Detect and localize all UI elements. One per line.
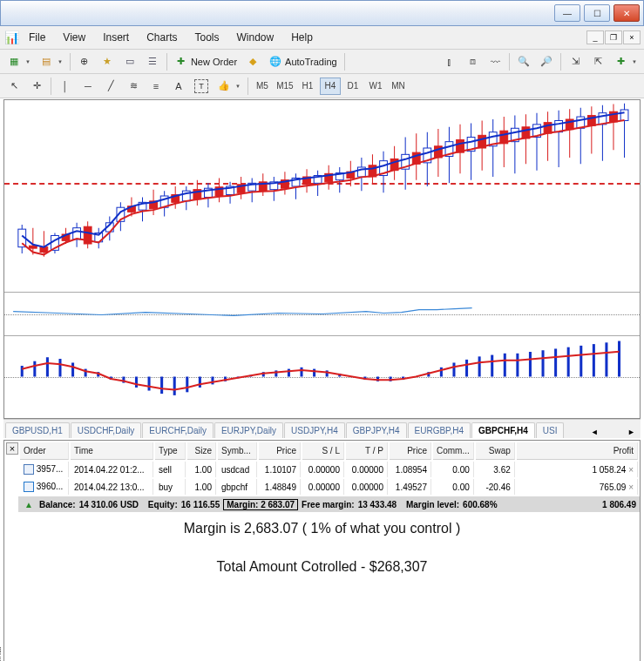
channel-button[interactable]: ≋ xyxy=(123,77,144,96)
tf-h4[interactable]: H4 xyxy=(320,78,341,95)
table-row[interactable]: 3960... 2014.04.22 13:0...buy1.00gbpchf … xyxy=(20,479,638,495)
mdi-close[interactable]: × xyxy=(623,30,641,44)
chart-tab[interactable]: EURJPY,Daily xyxy=(214,422,283,438)
autotrading-button[interactable]: 🌐AutoTrading xyxy=(265,52,341,71)
svg-rect-126 xyxy=(199,377,201,388)
toolbar-drawing: ↖ ✛ │ ─ ╱ ≋ ≡ A T 👍 M5 M15 H1 H4 D1 W1 M… xyxy=(0,74,644,98)
col-tp[interactable]: T / P xyxy=(346,442,388,460)
col-time[interactable]: Time xyxy=(71,442,153,460)
col-profit[interactable]: Profit xyxy=(517,442,638,460)
test-icon: ☰ xyxy=(146,55,159,69)
bar-icon: ⫿ xyxy=(443,55,457,69)
strategy-tester-button[interactable]: ☰ xyxy=(142,52,163,71)
text-button[interactable]: A xyxy=(168,77,189,96)
chart-indicator-2[interactable] xyxy=(4,335,640,418)
chart-tab[interactable]: GBPCHF,H4 xyxy=(471,422,535,438)
label-icon: T xyxy=(194,79,208,93)
tf-h1[interactable]: H1 xyxy=(297,78,318,95)
col-sl[interactable]: S / L xyxy=(302,442,344,460)
arrows-button[interactable]: 👍 xyxy=(214,77,244,96)
shift-chart-button[interactable]: ⇱ xyxy=(587,52,608,71)
chart-tab[interactable]: USDJPY,H4 xyxy=(284,422,345,438)
col-comm[interactable]: Comm... xyxy=(433,442,474,460)
svg-rect-151 xyxy=(516,354,519,377)
trendline-button[interactable]: ╱ xyxy=(100,77,121,96)
terminal-close[interactable]: × xyxy=(6,442,18,455)
col-type[interactable]: Type xyxy=(155,442,186,460)
chart-tab[interactable]: USI xyxy=(536,422,565,438)
menu-charts[interactable]: Charts xyxy=(139,28,185,47)
metaquotes-button[interactable]: ◆ xyxy=(242,52,263,71)
chart-main-pane[interactable] xyxy=(4,100,640,292)
vline-button[interactable]: │ xyxy=(55,77,76,96)
svg-rect-159 xyxy=(618,341,620,377)
chart-tab[interactable]: EURCHF,Daily xyxy=(142,422,214,438)
col-price2[interactable]: Price xyxy=(390,442,431,460)
menu-file[interactable]: File xyxy=(21,28,53,47)
col-price[interactable]: Price xyxy=(259,442,301,460)
toolbar-main: ▦ ▤ ⊕ ★ ▭ ☰ ✚New Order ◆ 🌐AutoTrading ⫿ … xyxy=(0,50,644,74)
oscillator-line xyxy=(13,308,472,316)
maximize-button[interactable]: ☐ xyxy=(584,4,610,22)
text-icon: A xyxy=(172,79,186,93)
crosshair-button[interactable]: ✛ xyxy=(26,77,47,96)
menu-window[interactable]: Window xyxy=(229,28,282,47)
chart-tab[interactable]: GBPJPY,H4 xyxy=(346,422,407,438)
chart-window[interactable] xyxy=(3,99,641,419)
margin-highlight: Margin: 2 683.07 xyxy=(223,499,298,510)
folder-icon: ▤ xyxy=(39,55,53,69)
chart-tab[interactable]: GBPUSD,H1 xyxy=(5,422,70,438)
mdi-restore[interactable]: ❐ xyxy=(605,30,622,44)
tf-d1[interactable]: D1 xyxy=(342,78,363,95)
bar-chart-button[interactable]: ⫿ xyxy=(439,52,460,71)
svg-rect-153 xyxy=(542,350,545,376)
tf-m5[interactable]: M5 xyxy=(252,78,273,95)
menu-help[interactable]: Help xyxy=(283,28,321,47)
candle-chart-button[interactable]: ⧈ xyxy=(462,52,483,71)
line-chart-button[interactable]: 〰 xyxy=(485,52,505,71)
table-row[interactable]: 3957... 2014.04.22 01:2...sell1.00usdcad… xyxy=(20,462,638,477)
svg-rect-115 xyxy=(58,359,61,376)
tf-mn[interactable]: MN xyxy=(388,78,409,95)
cursor-button[interactable]: ↖ xyxy=(3,77,24,96)
chart-tab-bar: GBPUSD,H1 USDCHF,Daily EURCHF,Daily EURJ… xyxy=(3,419,641,438)
close-button[interactable]: ✕ xyxy=(613,4,640,22)
tf-m15[interactable]: M15 xyxy=(275,78,295,95)
mdi-min[interactable]: _ xyxy=(586,30,604,44)
label-button[interactable]: T xyxy=(191,77,212,96)
profiles-button[interactable]: ▤ xyxy=(36,52,66,71)
balance-value: 14 310.06 USD xyxy=(79,500,139,509)
chart-tab[interactable]: USDCHF,Daily xyxy=(71,422,142,438)
tabs-scroll-right[interactable]: ► xyxy=(624,426,639,438)
tf-w1[interactable]: W1 xyxy=(365,78,386,95)
svg-rect-134 xyxy=(300,368,302,377)
indicators-button[interactable]: ✚ xyxy=(610,52,641,71)
trades-table: Order Time Type Size Symb... Price S / L… xyxy=(18,441,640,496)
market-watch-button[interactable]: ⊕ xyxy=(74,52,95,71)
col-order[interactable]: Order xyxy=(20,442,69,460)
terminal-button[interactable]: ▭ xyxy=(119,52,140,71)
fib-button[interactable]: ≡ xyxy=(146,77,166,96)
chart-indicator-1[interactable] xyxy=(4,292,640,335)
col-symbol[interactable]: Symb... xyxy=(218,442,257,460)
col-swap[interactable]: Swap xyxy=(476,442,515,460)
col-size[interactable]: Size xyxy=(187,442,216,460)
table-header-row: Order Time Type Size Symb... Price S / L… xyxy=(20,442,638,460)
window-titlebar: — ☐ ✕ xyxy=(0,0,644,26)
menu-view[interactable]: View xyxy=(55,28,93,47)
navigator-button[interactable]: ★ xyxy=(97,52,118,71)
scroll-end-button[interactable]: ⇲ xyxy=(565,52,586,71)
svg-rect-150 xyxy=(504,354,506,377)
zoom-in-button[interactable]: 🔍 xyxy=(513,52,534,71)
menu-insert[interactable]: Insert xyxy=(95,28,137,47)
tabs-scroll-left[interactable]: ◄ xyxy=(587,426,602,438)
hline-button[interactable]: ─ xyxy=(78,77,98,96)
new-chart-button[interactable]: ▦ xyxy=(3,52,34,71)
new-order-button[interactable]: ✚New Order xyxy=(171,52,241,71)
lineplot-icon: 〰 xyxy=(488,55,502,69)
margin-value: 2 683.07 xyxy=(261,500,295,509)
menu-tools[interactable]: Tools xyxy=(187,28,227,47)
minimize-button[interactable]: — xyxy=(554,4,580,22)
zoom-out-button[interactable]: 🔎 xyxy=(536,52,557,71)
chart-tab[interactable]: EURGBP,H4 xyxy=(408,422,471,438)
